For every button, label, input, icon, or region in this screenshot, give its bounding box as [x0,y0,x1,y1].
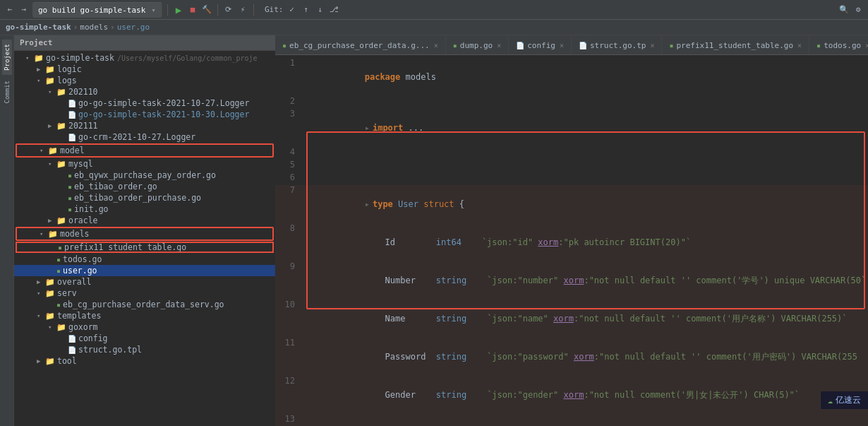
tree-root[interactable]: ▾ 📁 go-simple-task /Users/myself/Golang/… [14,52,275,64]
tree-config-tpl[interactable]: ▶ 📄 config [14,333,275,344]
line-code-3: ▸import ... [303,109,868,147]
tab-eb-cg[interactable]: ▪ eb_cg_purchase_order_data.g... × [275,36,446,54]
tree-eb-qywx[interactable]: ▶ ▪ eb_qywx_purchase_pay_order.go [14,170,275,181]
stop-button[interactable]: ■ [187,4,198,16]
goxorm-label: goxorm [68,322,98,332]
mysql-folder-icon: 📁 [56,160,66,169]
line-num-3: 3 [275,109,303,147]
tree-todos[interactable]: ▶ ▪ todos.go [14,254,275,265]
git-icon-4[interactable]: ⎇ [328,4,339,16]
code-line-8: 8 Id int64 `json:"id" xorm:"pk autoincr … [275,223,868,261]
tree-logs[interactable]: ▾ 📁 logs [14,75,275,86]
struct-tpl-label: struct.go.tpl [78,345,142,355]
toolbar-icon-2[interactable]: ⚡ [237,4,248,16]
tree-eb-tibao-purchase[interactable]: ▶ ▪ eb_tibao_order_purchase.go [14,192,275,203]
breadcrumb-root[interactable]: go-simple-task [6,23,71,32]
settings-icon[interactable]: ⚙ [852,4,864,16]
line-num-6: 6 [275,172,303,185]
tree-tool[interactable]: ▶ 📁 tool [14,355,275,367]
vtab-project[interactable]: Project [2,40,12,75]
tree-init[interactable]: ▶ ▪ init.go [14,203,275,215]
line-code-5 [303,160,868,172]
line-num-11: 11 [275,338,303,376]
line-num-2: 2 [275,96,303,109]
line-num-7: 7 [275,185,303,223]
tree-struct-tpl[interactable]: ▶ 📄 struct.go.tpl [14,344,275,355]
search-everywhere-icon[interactable]: 🔍 [838,4,850,16]
git-icon-2[interactable]: ↑ [300,4,311,16]
tree-user[interactable]: ▶ ▪ user.go [14,265,275,276]
code-line-11: 11 Password string `json:"password" xorm… [275,338,868,376]
git-icon-1[interactable]: ✓ [286,4,297,16]
tree-logic[interactable]: ▶ 📁 logic [14,64,275,75]
tree-log1[interactable]: ▶ 📄 go-go-simple-task-2021-10-27.Logger [14,97,275,109]
breadcrumb-models[interactable]: models [80,23,108,32]
tab-dump[interactable]: ▪ dump.go × [446,36,509,54]
vtab-commit[interactable]: Commit [2,76,12,108]
run-button[interactable]: ▶ [173,4,184,16]
tab-todos[interactable]: ▪ todos.go × [809,36,868,54]
root-folder-icon: 📁 [34,54,44,63]
tab-prefix11-close[interactable]: × [797,42,802,49]
eb-qywx-label: eb_qywx_purchase_pay_order.go [74,170,216,180]
tree-templates[interactable]: ▾ 📁 templates [14,310,275,321]
folder-202111-icon: 📁 [56,122,66,131]
tab-config[interactable]: 📄 config × [509,36,572,54]
line-code-4 [303,147,868,160]
git-icon-3[interactable]: ↓ [314,4,325,16]
arrow-goxorm: ▾ [48,324,56,331]
tree-goxorm[interactable]: ▾ 📁 goxorm [14,321,275,333]
tree-log2[interactable]: ▶ 📄 go-go-simple-task-2021-10-30.Logger [14,109,275,120]
user-label: user.go [63,266,97,276]
tree-crm-log[interactable]: ▶ 📄 go-crm-2021-10-27.Logger [14,131,275,143]
build-button[interactable]: 🔨 [201,4,212,16]
watermark: ☁ 亿速云 [820,391,868,409]
tree-eb-tibao[interactable]: ▶ ▪ eb_tibao_order.go [14,181,275,192]
tree-serv[interactable]: ▾ 📁 serv [14,288,275,299]
tab-eb-cg-close[interactable]: × [434,42,438,49]
arrow-oracle: ▶ [48,217,56,224]
tree-overall[interactable]: ▶ 📁 overall [14,276,275,288]
git-label: Git: [265,5,284,14]
line-num-10: 10 [275,300,303,338]
code-area[interactable]: 1 package models 2 3 ▸import ... [275,55,868,426]
oracle-label: oracle [68,215,98,225]
tab-prefix11[interactable]: ▪ prefix11_student_table.go × [662,36,809,54]
tree-models[interactable]: ▾ 📁 models [17,228,272,239]
tab-struct-close[interactable]: × [650,42,654,49]
models-folder-group: ▾ 📁 models [16,227,274,241]
tab-dump-close[interactable]: × [497,42,501,49]
tab-todos-close[interactable]: × [865,42,868,49]
tree-prefix11[interactable]: ▶ ▪ prefix11_student_table.go [16,242,274,253]
arrow-202110: ▾ [48,88,56,95]
tool-folder-icon: 📁 [45,357,55,366]
left-panel: Project Commit Project ▾ 📁 go-simple-tas… [0,35,275,426]
tab-prefix11-icon: ▪ [669,42,673,49]
editor-tabs: ▪ eb_cg_purchase_order_data.g... × ▪ dum… [275,35,868,55]
todos-label: todos.go [63,254,102,264]
toolbar-icon-forward[interactable]: → [18,4,30,16]
tool-label: tool [57,356,77,366]
tree-mysql[interactable]: ▾ 📁 mysql [14,158,275,170]
line-code-7: ▸type User struct { [303,185,868,223]
breadcrumb-file[interactable]: user.go [117,23,150,32]
folder-202110-icon: 📁 [56,88,66,97]
toolbar-icon-1[interactable]: ⟳ [223,4,234,16]
tab-config-close[interactable]: × [560,42,564,49]
tree-202111[interactable]: ▶ 📁 202111 [14,120,275,131]
tree-oracle[interactable]: ▶ 📁 oracle [14,215,275,226]
tree-eb-cg-serv[interactable]: ▶ ▪ eb_cg_purchase_order_data_serv.go [14,299,275,310]
build-tab[interactable]: go build go-simple-task ▾ [32,2,162,18]
line-code-8: Id int64 `json:"id" xorm:"pk autoincr BI… [303,223,868,261]
eb-tibao-purchase-icon: ▪ [68,194,72,202]
toolbar-icon-back[interactable]: ← [4,4,16,16]
line-num-12: 12 [275,376,303,414]
tree-model[interactable]: ▾ 📁 model [17,145,272,156]
tree-202110[interactable]: ▾ 📁 202110 [14,86,275,97]
tab-struct-tp[interactable]: 📄 struct.go.tp × [572,36,663,54]
line-num-8: 8 [275,223,303,261]
logs-folder-icon: 📁 [45,76,55,85]
code-line-13: 13 CreateTime time.Time `json:"create_ti… [275,414,868,426]
line-code-6 [303,172,868,185]
code-line-12: 12 Gender string `json:"gender" xorm:"no… [275,376,868,414]
